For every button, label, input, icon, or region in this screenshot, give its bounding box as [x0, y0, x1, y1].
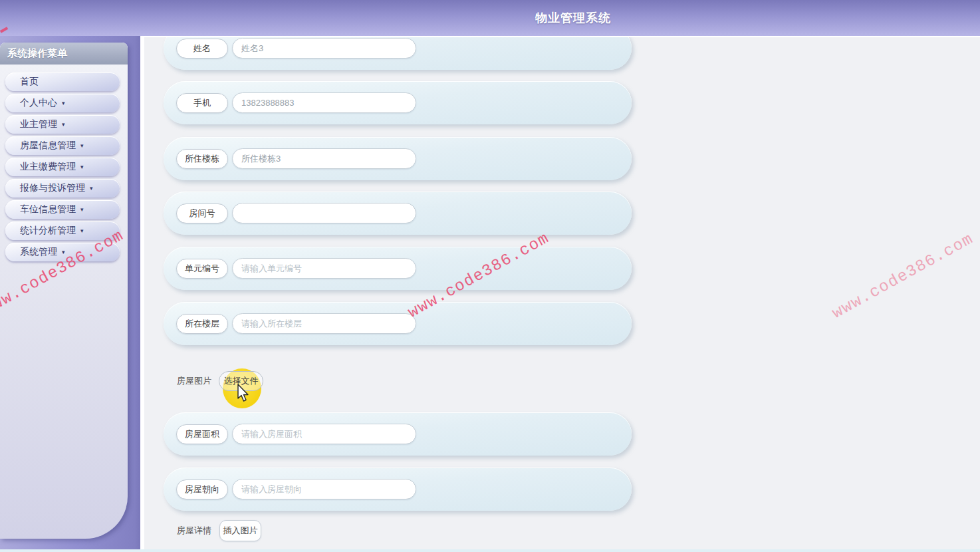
sidebar-item-label: 房屋信息管理 [20, 140, 76, 152]
insert-image-button[interactable]: 插入图片 [219, 520, 261, 541]
sidebar-item-home[interactable]: 首页 [5, 72, 120, 91]
phone-input[interactable] [232, 92, 416, 113]
caret-down-icon: ▾ [80, 143, 84, 149]
field-label-pill: 所住楼栋 [176, 149, 228, 169]
form-row-phone: 手机 [164, 81, 632, 124]
field-label: 房屋图片 [177, 375, 211, 387]
sidebar-panel: 系统操作菜单 首页 个人中心 ▾ 业主管理 ▾ 房屋信息管理 ▾ [0, 43, 128, 539]
field-label-pill: 房屋面积 [176, 424, 228, 444]
sidebar-item-label: 个人中心 [20, 97, 57, 109]
field-label-pill: 姓名 [176, 39, 228, 59]
form-row-house-image: 房屋图片 选择文件 [177, 371, 263, 391]
form-row-floor: 所在楼层 [164, 302, 632, 345]
field-label-pill: 房间号 [176, 204, 228, 223]
sidebar-menu: 首页 个人中心 ▾ 业主管理 ▾ 房屋信息管理 ▾ 业主缴费管理 ▾ [0, 65, 128, 261]
unit-number-input[interactable] [232, 258, 416, 279]
sidebar-item-personal-center[interactable]: 个人中心 ▾ [5, 94, 120, 112]
form-row-name: 姓名 [164, 37, 632, 70]
background-streak [949, 495, 980, 549]
sidebar-item-label: 报修与投诉管理 [20, 182, 85, 194]
caret-down-icon: ▾ [62, 249, 65, 255]
cursor-pointer-icon [237, 384, 250, 402]
sidebar-item-system-management[interactable]: 系统管理 ▾ [5, 243, 120, 261]
caret-down-icon: ▾ [62, 100, 65, 106]
building-input[interactable] [232, 148, 416, 169]
form-row-unit-number: 单元编号 [164, 247, 632, 290]
form-row-building: 所住楼栋 [164, 137, 632, 180]
sidebar-item-owner-payment-management[interactable]: 业主缴费管理 ▾ [5, 158, 120, 176]
name-input[interactable] [232, 38, 416, 59]
bottom-strip [0, 549, 980, 552]
sidebar-item-house-info-management[interactable]: 房屋信息管理 ▾ [5, 136, 120, 155]
page-title: 物业管理系统 [535, 10, 611, 26]
sidebar-item-label: 业主缴费管理 [20, 161, 76, 173]
floor-input[interactable] [232, 313, 416, 334]
sidebar-item-label: 系统管理 [20, 246, 57, 258]
field-label: 房屋详情 [177, 525, 211, 537]
caret-down-icon: ▾ [80, 228, 84, 234]
orientation-input[interactable] [232, 479, 416, 499]
field-label-pill: 所在楼层 [176, 314, 228, 334]
caret-down-icon: ▾ [62, 122, 65, 128]
sidebar-item-label: 业主管理 [20, 118, 57, 130]
room-number-input[interactable] [232, 203, 416, 223]
area-input[interactable] [232, 424, 416, 444]
field-label-pill: 房屋朝向 [176, 480, 228, 499]
field-label-pill: 手机 [176, 93, 228, 113]
form-row-orientation: 房屋朝向 [164, 468, 632, 511]
sidebar-title: 系统操作菜单 [0, 43, 128, 65]
sidebar-item-repair-complaint-management[interactable]: 报修与投诉管理 ▾ [5, 179, 120, 198]
form-row-area: 房屋面积 [164, 412, 632, 456]
house-edit-form: 姓名 手机 所住楼栋 房间号 单元编号 所在楼层 房屋图片 选择文件 [144, 37, 980, 549]
sidebar-item-statistics-analysis-management[interactable]: 统计分析管理 ▾ [5, 221, 120, 240]
sidebar-item-label: 车位信息管理 [20, 204, 76, 215]
sidebar: 系统操作菜单 首页 个人中心 ▾ 业主管理 ▾ 房屋信息管理 ▾ [0, 36, 140, 549]
caret-down-icon: ▾ [80, 207, 84, 213]
caret-down-icon: ▾ [80, 164, 84, 170]
caret-down-icon: ▾ [90, 186, 93, 192]
form-row-room-number: 房间号 [164, 192, 632, 235]
sidebar-item-label: 首页 [20, 76, 39, 88]
sidebar-item-label: 统计分析管理 [20, 225, 76, 237]
field-label-pill: 单元编号 [176, 259, 228, 279]
sidebar-item-owner-management[interactable]: 业主管理 ▾ [5, 115, 120, 134]
sidebar-item-parking-info-management[interactable]: 车位信息管理 ▾ [5, 200, 120, 219]
app-header: 物业管理系统 [0, 0, 980, 36]
property-management-app: 物业管理系统 系统操作菜单 首页 个人中心 ▾ 业主管理 ▾ 房屋信息管理 ▾ [0, 0, 980, 552]
form-row-house-detail: 房屋详情 插入图片 [177, 521, 261, 541]
